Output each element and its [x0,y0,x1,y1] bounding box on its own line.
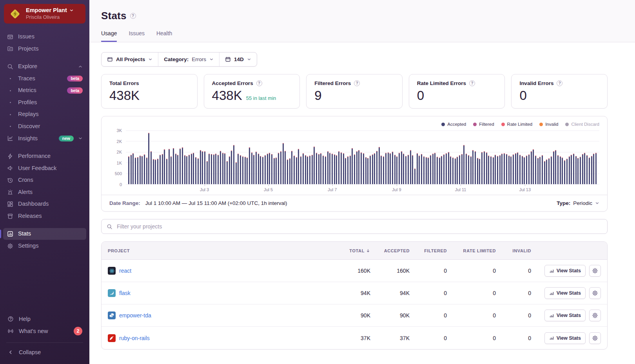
sidebar-item-label: Projects [18,45,38,53]
date-range-dropdown[interactable]: 14D [219,53,257,66]
sidebar-item-insights[interactable]: Insightsnew [3,133,86,145]
sidebar-item-explore[interactable]: Explore [3,61,86,72]
legend-label: Client Discard [571,122,599,127]
legend-client-discard[interactable]: Client Discard [565,122,599,127]
view-stats-button[interactable]: View Stats [544,332,586,344]
column-header-project[interactable]: PROJECT [108,248,333,253]
sidebar-item-settings[interactable]: Settings [3,240,86,252]
org-name: Empower Plant [26,7,67,13]
card-title: Accepted Errors? [212,80,292,86]
projects-table: PROJECTTOTALACCEPTEDFILTEREDRATE LIMITED… [101,241,608,350]
sidebar-item-what-s-new[interactable]: What's new2 [6,324,83,338]
sidebar-item-user-feedback[interactable]: User Feedback [3,163,86,174]
sidebar-item-replays[interactable]: Replays [3,109,86,120]
bar [595,153,597,184]
tab-health[interactable]: Health [156,30,172,42]
page-help-icon[interactable]: ? [130,13,136,19]
bar [522,156,523,184]
category-filter-dropdown[interactable]: Category: Errors [158,53,219,66]
sidebar-item-collapse[interactable]: Collapse [6,347,83,358]
sidebar-item-performance[interactable]: Performance [3,150,86,162]
legend-invalid[interactable]: Invalid [539,122,558,127]
project-link[interactable]: ruby-on-rails [119,335,150,341]
sidebar-item-crons[interactable]: Crons [3,174,86,186]
total-cell: 160K [333,268,370,274]
sidebar-item-dashboards[interactable]: Dashboards [3,198,86,210]
sidebar-item-releases[interactable]: Releases [3,210,86,222]
chevron-down-icon [209,57,214,62]
card-value: 0 [519,88,599,103]
bar [575,156,577,184]
sidebar-item-label: Profiles [18,99,37,107]
clock-icon [7,177,14,183]
column-header-total[interactable]: TOTAL [333,248,370,253]
project-link[interactable]: flask [119,290,131,296]
column-header-filtered[interactable]: FILTERED [410,248,447,253]
project-link[interactable]: empower-tda [119,312,151,319]
legend-accepted[interactable]: Accepted [441,122,466,127]
project-settings-button[interactable] [589,332,601,344]
bar [193,153,194,184]
sidebar-item-alerts[interactable]: Alerts [3,187,86,198]
bar [166,159,167,184]
bar [338,151,339,184]
lightning-icon [7,153,14,159]
insights-icon [7,135,14,141]
project-filter-dropdown[interactable]: All Projects [102,53,158,66]
help-icon[interactable]: ? [557,80,562,86]
column-header-accepted[interactable]: ACCEPTED [370,248,410,253]
bar [504,153,505,184]
content: All Projects Category: Errors 14D Total … [89,42,635,350]
bar [537,158,539,184]
y-tick-label: 1K [117,161,122,165]
project-search-input[interactable] [116,223,602,230]
sidebar-item-stats[interactable]: Stats [3,228,86,240]
sidebar-item-issues[interactable]: Issues [3,31,86,43]
org-switcher[interactable]: Empower Plant Priscila Oliveira [4,4,85,24]
bar [358,150,359,184]
bar [539,157,541,184]
sidebar-item-metrics[interactable]: Metricsbeta [3,85,86,96]
bar [296,157,297,184]
sidebar-item-projects[interactable]: Projects [3,43,86,55]
help-icon[interactable]: ? [354,80,360,86]
sidebar-item-label: Traces [18,75,35,83]
tab-issues[interactable]: Issues [129,30,144,42]
tab-usage[interactable]: Usage [101,30,117,42]
project-link[interactable]: react [119,268,131,274]
bar [289,158,290,184]
bar [314,147,315,184]
sort-desc-icon[interactable] [366,248,370,253]
bar [408,155,409,184]
bar-chart-icon [549,268,554,273]
bar [162,154,163,184]
table-row-empower-tda: empower-tda90K90K000View Stats [102,304,607,327]
project-settings-button[interactable] [589,310,601,321]
card-value-number: 0 [417,88,424,103]
help-icon[interactable]: ? [469,80,475,86]
bar [372,154,373,184]
type-dropdown[interactable]: Type: Periodic [557,200,599,206]
project-settings-button[interactable] [589,265,601,277]
bar [329,153,330,184]
accepted-cell: 94K [370,290,410,296]
bar [283,143,284,184]
help-icon[interactable]: ? [256,80,262,86]
bar [459,155,460,184]
y-axis: 3K2K2K1K5000 [109,130,126,185]
column-header-rate-limited[interactable]: RATE LIMITED [447,248,496,253]
view-stats-button[interactable]: View Stats [544,265,586,277]
project-settings-button[interactable] [589,287,601,299]
sidebar-item-discover[interactable]: Discover [3,121,86,132]
column-header-invalid[interactable]: INVALID [496,248,531,253]
view-stats-button[interactable]: View Stats [544,310,586,321]
legend-rate-limited[interactable]: Rate Limited [501,122,533,127]
bar [285,151,286,184]
legend-filtered[interactable]: Filtered [473,122,494,127]
bar [544,161,545,184]
sidebar-item-traces[interactable]: Tracesbeta [3,73,86,85]
sidebar-item-help[interactable]: Help [6,313,83,324]
sidebar-item-profiles[interactable]: Profiles [3,97,86,109]
view-stats-button[interactable]: View Stats [544,287,586,299]
y-tick-label: 500 [115,171,122,176]
